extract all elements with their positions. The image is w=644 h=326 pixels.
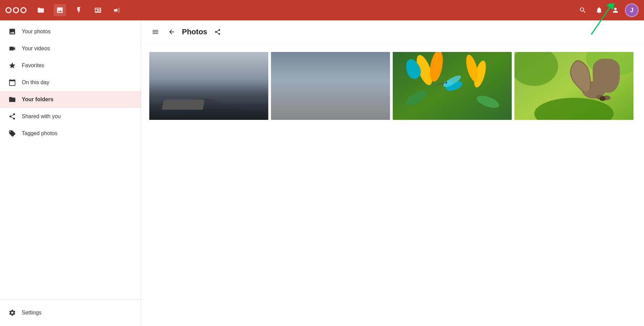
- svg-point-54: [599, 96, 606, 101]
- svg-point-12: [319, 79, 326, 85]
- star-icon: [8, 62, 16, 69]
- share-icon: [8, 113, 16, 120]
- content-area: Photos: [141, 20, 644, 326]
- sidebar-item-label: Your photos: [22, 29, 51, 35]
- svg-point-47: [595, 69, 601, 78]
- svg-point-26: [344, 109, 349, 115]
- sidebar-item-label: Your videos: [22, 46, 50, 52]
- app-logo[interactable]: [5, 7, 27, 13]
- svg-point-49: [603, 77, 606, 80]
- photo-grid: [141, 44, 644, 128]
- svg-point-4: [156, 94, 222, 120]
- sidebar-nav: Your photos Your videos Favorites On thi…: [0, 20, 141, 299]
- sidebar-item-label: Tagged photos: [22, 130, 57, 137]
- sidebar-item-your-photos[interactable]: Your photos: [0, 23, 141, 40]
- sidebar: Your photos Your videos Favorites On thi…: [0, 20, 141, 326]
- settings-item[interactable]: Settings: [8, 305, 133, 321]
- svg-point-23: [319, 107, 326, 114]
- svg-point-13: [327, 79, 334, 85]
- page-title: Photos: [182, 28, 207, 36]
- hamburger-button[interactable]: [149, 26, 162, 38]
- svg-rect-7: [149, 98, 268, 110]
- svg-rect-11: [287, 58, 374, 64]
- logo-circle-1: [5, 7, 12, 13]
- svg-point-38: [445, 82, 447, 84]
- sidebar-item-label: Your folders: [22, 96, 53, 103]
- video-icon: [8, 45, 16, 52]
- svg-point-24: [328, 109, 333, 114]
- svg-rect-3: [149, 52, 268, 120]
- content-header: Photos: [141, 20, 644, 44]
- photo-item[interactable]: [271, 52, 390, 120]
- svg-point-51: [608, 81, 610, 83]
- photo-icon: [8, 28, 16, 35]
- calendar-icon: [8, 79, 16, 86]
- svg-point-5: [197, 106, 244, 120]
- logo-circle-3: [20, 7, 27, 13]
- sidebar-footer: Settings: [0, 299, 141, 326]
- svg-rect-15: [295, 68, 307, 76]
- search-icon[interactable]: [576, 3, 590, 17]
- svg-point-21: [304, 108, 310, 114]
- svg-point-28: [359, 110, 365, 115]
- sidebar-item-your-folders[interactable]: Your folders: [0, 91, 141, 108]
- folder-icon: [8, 96, 16, 103]
- sidebar-item-on-this-day[interactable]: On this day: [0, 74, 141, 91]
- topbar: J: [0, 0, 644, 20]
- files-icon[interactable]: [35, 4, 47, 16]
- svg-point-22: [312, 110, 317, 115]
- svg-point-48: [603, 70, 608, 78]
- tag-icon: [8, 130, 16, 137]
- svg-point-27: [351, 108, 358, 114]
- activity-icon[interactable]: [73, 4, 85, 16]
- topbar-right: J: [576, 3, 639, 17]
- announce-icon[interactable]: [111, 4, 123, 16]
- svg-rect-10: [287, 62, 374, 110]
- svg-point-14: [335, 79, 342, 85]
- user-avatar[interactable]: J: [625, 3, 639, 17]
- svg-point-20: [295, 109, 302, 115]
- share-button[interactable]: [211, 26, 224, 38]
- sidebar-item-label: Favorites: [22, 62, 44, 69]
- photos-icon[interactable]: [54, 4, 66, 16]
- svg-rect-17: [342, 68, 354, 76]
- main-layout: Your photos Your videos Favorites On thi…: [0, 20, 644, 326]
- svg-rect-8: [149, 104, 268, 120]
- svg-rect-18: [358, 68, 370, 76]
- logo-circle-2: [13, 7, 19, 13]
- photo-item[interactable]: [393, 52, 512, 120]
- svg-point-46: [593, 72, 610, 88]
- svg-point-6: [153, 101, 193, 115]
- sidebar-item-tagged-photos[interactable]: Tagged photos: [0, 125, 141, 142]
- photo-item[interactable]: [514, 52, 633, 120]
- svg-rect-9: [271, 52, 390, 120]
- svg-point-25: [335, 108, 342, 114]
- sidebar-item-favorites[interactable]: Favorites: [0, 57, 141, 74]
- contacts-icon[interactable]: [609, 3, 622, 17]
- notifications-icon[interactable]: [592, 3, 606, 17]
- topbar-nav: [35, 4, 576, 16]
- svg-rect-16: [311, 68, 323, 76]
- sidebar-item-shared-with-you[interactable]: Shared with you: [0, 108, 141, 125]
- back-button[interactable]: [166, 26, 178, 38]
- sidebar-item-your-videos[interactable]: Your videos: [0, 40, 141, 57]
- svg-point-43: [586, 52, 633, 76]
- sidebar-item-label: Shared with you: [22, 113, 61, 120]
- gear-icon: [8, 309, 16, 316]
- svg-rect-19: [283, 108, 378, 120]
- sidebar-item-label: On this day: [22, 79, 49, 86]
- photo-item[interactable]: [149, 52, 268, 120]
- settings-label: Settings: [22, 310, 41, 316]
- svg-point-50: [605, 77, 607, 79]
- deck-icon[interactable]: [92, 4, 104, 16]
